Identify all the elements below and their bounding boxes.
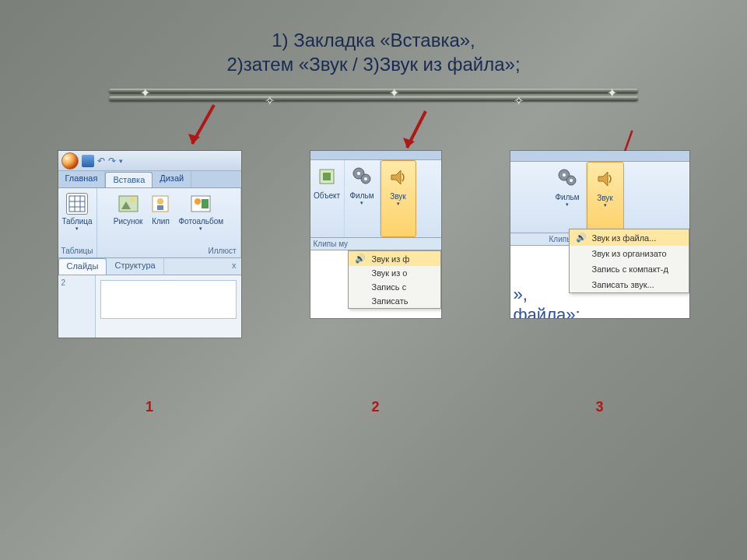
svg-point-14	[195, 198, 201, 205]
group-media-label: Клипы му	[310, 238, 441, 250]
button-film-3[interactable]: Фильм ▾	[549, 162, 587, 233]
slide-number: 2	[61, 278, 66, 287]
svg-marker-17	[403, 138, 415, 148]
svg-point-29	[563, 173, 566, 177]
arrow-1	[183, 101, 222, 156]
menu-record-from-cd[interactable]: Запись с	[349, 280, 440, 294]
svg-marker-31	[598, 172, 608, 186]
ribbon-media-3: Фильм ▾ Звук ▾	[510, 162, 689, 233]
tab-design[interactable]: Дизай	[153, 171, 191, 187]
menu-sound-from-organizer[interactable]: Звук из о	[349, 266, 440, 280]
tab-home[interactable]: Главная	[58, 171, 106, 187]
speaker-icon: 🔊	[574, 233, 588, 243]
quick-access-toolbar: ↶ ↷ ▾	[58, 151, 241, 171]
ribbon-tabs: Главная Вставка Дизай	[58, 171, 241, 188]
svg-rect-12	[157, 205, 163, 210]
button-table[interactable]: Таблица ▾	[59, 191, 94, 233]
screenshot-1: ↶ ↷ ▾ Главная Вставка Дизай Таблица ▾	[58, 151, 241, 338]
menu-record-sound[interactable]: Записать	[349, 294, 440, 308]
save-icon[interactable]	[82, 155, 94, 167]
menu-sound-from-organizer-3[interactable]: Звук из организато	[570, 246, 689, 261]
menu-record-sound-3[interactable]: Записать звук...	[570, 277, 689, 292]
svg-line-0	[192, 105, 214, 144]
step-label-2: 2	[310, 399, 441, 415]
title-line-2: 2)затем «Звук / 3)Звук из файла»;	[0, 52, 747, 76]
button-object[interactable]: Объект	[310, 160, 345, 237]
svg-marker-24	[391, 170, 401, 184]
slide-title: 1) Закладка «Вставка», 2)затем «Звук / 3…	[0, 0, 747, 76]
slides-outline-tabs: Слайды Структура x	[58, 258, 241, 275]
title-line-1: 1) Закладка «Вставка»,	[0, 28, 747, 52]
button-sound-3[interactable]: Звук ▾	[587, 162, 624, 233]
redo-icon[interactable]: ↷	[108, 156, 116, 166]
svg-marker-1	[188, 134, 200, 144]
svg-point-9	[130, 198, 135, 202]
svg-point-30	[570, 179, 573, 182]
close-pane-icon[interactable]: x	[227, 258, 241, 275]
svg-point-23	[364, 177, 367, 180]
office-orb-icon[interactable]	[61, 152, 79, 170]
button-film[interactable]: Фильм ▾	[345, 160, 381, 237]
screenshot-2: Объект Фильм ▾ Звук ▾ Клипы му 🔊Звук из …	[310, 151, 441, 338]
subtab-slides[interactable]: Слайды	[58, 258, 107, 275]
svg-rect-15	[202, 199, 209, 208]
svg-line-16	[407, 111, 426, 148]
svg-point-11	[157, 198, 163, 205]
ribbon-insert: Таблица ▾ Таблицы Рисунок Клип	[58, 188, 241, 258]
speaker-icon: 🔊	[353, 254, 367, 264]
fragment-text-3b: файла»;	[510, 305, 689, 318]
decorative-divider: ✦ ✧ ✦ ✧ ✦	[109, 87, 638, 104]
button-picture[interactable]: Рисунок	[111, 191, 146, 233]
svg-rect-19	[323, 173, 331, 180]
subtab-outline[interactable]: Структура	[107, 258, 163, 275]
step-label-1: 1	[58, 399, 241, 415]
group-tables-label: Таблицы	[61, 246, 93, 257]
menu-record-from-cd-3[interactable]: Запись с компакт-д	[570, 261, 689, 277]
svg-rect-2	[69, 196, 85, 212]
tab-insert[interactable]: Вставка	[105, 172, 153, 187]
undo-icon[interactable]: ↶	[97, 156, 105, 166]
button-clipart[interactable]: Клип	[147, 191, 174, 233]
fragment-text: вка»,	[310, 309, 441, 318]
sound-dropdown-menu-3: 🔊Звук из файла... Звук из организато Зап…	[569, 229, 689, 293]
slide-thumbnail[interactable]	[100, 280, 237, 319]
svg-point-22	[357, 172, 360, 175]
menu-sound-from-file[interactable]: 🔊Звук из ф	[349, 251, 440, 266]
button-sound[interactable]: Звук ▾	[381, 160, 416, 237]
sound-dropdown-menu: 🔊Звук из ф Звук из о Запись с Записать	[348, 250, 441, 309]
step-label-3: 3	[510, 399, 689, 415]
ribbon-media: Объект Фильм ▾ Звук ▾	[310, 160, 441, 238]
menu-sound-from-file-3[interactable]: 🔊Звук из файла...	[570, 229, 689, 246]
group-illustrations-label: Иллюст	[209, 246, 237, 257]
button-photoalbum[interactable]: Фотоальбом ▾	[176, 191, 226, 233]
screenshot-3: Фильм ▾ Звук ▾ Клипы мул 🔊Звук из файла.…	[510, 151, 689, 338]
